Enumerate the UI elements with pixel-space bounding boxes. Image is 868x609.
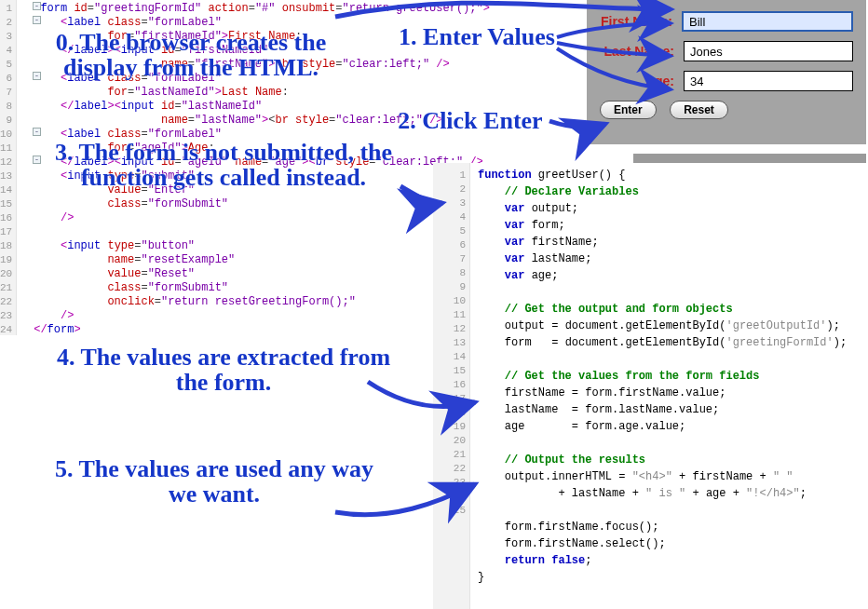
right-code-lines: function greetUser() { // Declare Variab… xyxy=(470,163,847,609)
annotation-4: 4. The values are extracted from the for… xyxy=(56,345,391,396)
right-gutter: 1234567891011121314151617181920212223242… xyxy=(433,163,470,609)
age-row: Age: xyxy=(600,71,853,91)
greeting-form-panel: First Name: Last Name: Age: Enter Reset xyxy=(587,0,866,144)
firstname-input[interactable] xyxy=(682,11,853,32)
fold-icon: - xyxy=(33,2,41,10)
left-code-lines: <form id="greetingFormId" action="#" ons… xyxy=(28,0,490,335)
lastname-input[interactable] xyxy=(684,41,853,61)
firstname-row: First Name: xyxy=(600,11,853,32)
fold-icon: - xyxy=(33,16,41,24)
left-gutter: 123456789101112131415161718192021222324 xyxy=(0,0,17,335)
fold-icon: - xyxy=(33,72,41,80)
left-fold-column: - - - - - xyxy=(32,0,43,335)
age-input[interactable] xyxy=(684,71,853,91)
lastname-label: Last Name: xyxy=(600,44,674,59)
enter-button[interactable]: Enter xyxy=(600,101,657,119)
html-source-panel: 123456789101112131415161718192021222324 … xyxy=(0,0,438,335)
reset-button[interactable]: Reset xyxy=(670,101,728,119)
age-label: Age: xyxy=(600,74,674,88)
firstname-label: First Name: xyxy=(600,14,672,29)
fold-icon: - xyxy=(33,128,41,136)
lastname-row: Last Name: xyxy=(600,41,853,61)
annotation-5: 5. The values are used any way we want. xyxy=(47,456,382,508)
fold-icon: - xyxy=(33,156,41,164)
js-source-panel: 1234567891011121314151617181920212223242… xyxy=(433,163,868,609)
button-row: Enter Reset xyxy=(600,101,853,119)
